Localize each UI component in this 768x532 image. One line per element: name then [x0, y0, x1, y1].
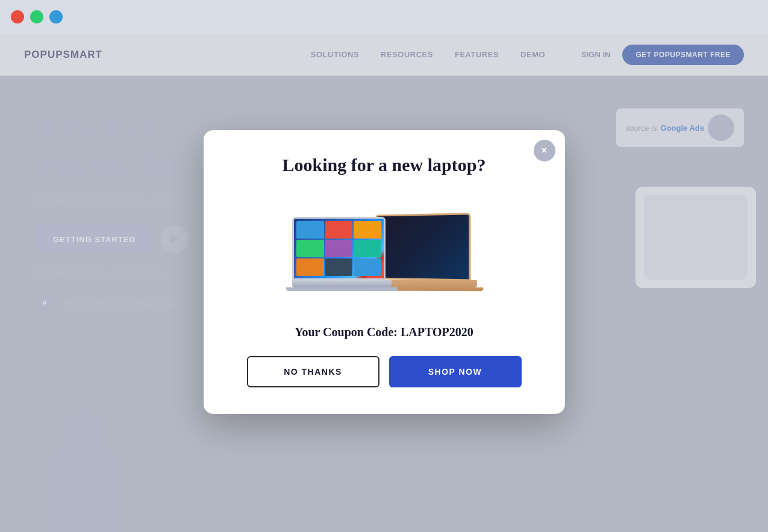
tile-1 [296, 221, 324, 238]
modal-image [230, 190, 539, 310]
modal-action-buttons: NO THANKS SHOP NOW [230, 355, 539, 387]
screen-content [294, 218, 384, 278]
shop-now-button[interactable]: SHOP NOW [389, 355, 522, 387]
tile-4 [296, 239, 324, 257]
tile-9 [354, 258, 381, 275]
tile-6 [354, 239, 381, 257]
minimize-dot[interactable] [30, 10, 43, 23]
modal-close-button[interactable]: × [534, 139, 555, 161]
maximize-dot[interactable] [49, 10, 63, 23]
titlebar [0, 0, 768, 34]
laptop-silver [292, 216, 392, 287]
popup-modal: × Looking for a new laptop? [204, 130, 565, 413]
tile-3 [354, 221, 381, 238]
coupon-text: Your Coupon Code: LAPTOP2020 [230, 325, 539, 339]
laptop-screen-silver [292, 216, 386, 280]
laptop-base-silver [292, 280, 392, 287]
close-dot[interactable] [11, 10, 24, 23]
no-thanks-button[interactable]: NO THANKS [247, 355, 379, 387]
tile-8 [325, 258, 353, 275]
laptop-illustration [230, 213, 539, 287]
modal-title: Looking for a new laptop? [230, 154, 539, 175]
tile-7 [296, 258, 324, 275]
tile-2 [325, 221, 353, 238]
tile-5 [325, 239, 353, 257]
